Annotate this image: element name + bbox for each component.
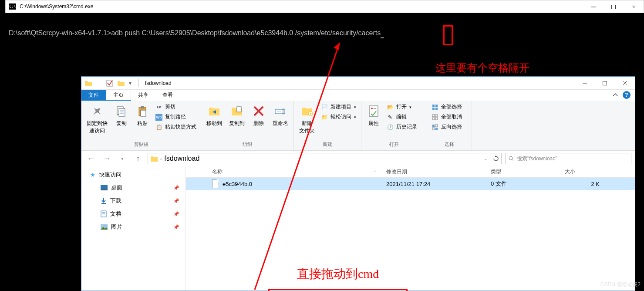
svg-rect-20 xyxy=(275,109,285,114)
svg-rect-39 xyxy=(435,128,438,130)
column-headers: 名称⌃ 修改日期 类型 大小 xyxy=(186,166,635,178)
breadcrumb-segment[interactable]: fsdownload xyxy=(164,155,199,162)
pin-icon: 📌 xyxy=(173,224,179,230)
search-input[interactable]: 搜索"fsdownload" xyxy=(505,153,631,164)
easy-access-button[interactable]: 📁轻松访问▾ xyxy=(319,112,358,122)
nav-forward-button[interactable]: → xyxy=(101,152,113,165)
invert-selection-button[interactable]: 反向选择 xyxy=(430,122,469,132)
history-button[interactable]: 🕑历史记录 xyxy=(385,122,424,132)
col-modified[interactable]: 修改日期 xyxy=(382,168,486,176)
navigation-pane[interactable]: ★快速访问 桌面📌 下载📌 文档📌 图片📌 xyxy=(81,166,186,291)
nav-recent-button[interactable]: ▾ xyxy=(116,152,128,165)
cmd-maximize-button[interactable] xyxy=(604,0,624,13)
file-name: e5c3944b.0 xyxy=(223,181,252,187)
quick-access-toolbar: ▾ xyxy=(85,79,142,87)
group-label-organize: 组织 xyxy=(243,140,252,149)
nav-back-button[interactable]: ← xyxy=(85,152,97,165)
svg-rect-17 xyxy=(237,107,241,112)
ribbon-collapse-icon[interactable] xyxy=(612,92,618,98)
file-list[interactable]: 名称⌃ 修改日期 类型 大小 e5c3944b.0 2021/11/21 17:… xyxy=(186,166,635,291)
ribbon-group-organize: 移动到 复制到 删除 重命名 组织 xyxy=(201,101,294,150)
tab-view[interactable]: 查看 xyxy=(155,90,180,101)
select-none-button[interactable]: 全部取消 xyxy=(430,112,469,122)
cmd-window-controls xyxy=(583,0,644,13)
chevron-down-icon[interactable]: ⌄ xyxy=(484,156,487,161)
cmd-title: C:\Windows\System32\cmd.exe xyxy=(20,3,93,10)
new-item-button[interactable]: 📄新建项目▾ xyxy=(319,102,358,112)
col-name[interactable]: 名称⌃ xyxy=(186,168,382,176)
ribbon-body: 固定到快 速访问 复制 粘贴 ✂剪切 W:\复制路径 📋粘贴快捷方式 剪贴板 xyxy=(81,101,635,151)
group-label-new: 新建 xyxy=(323,140,332,149)
search-placeholder: 搜索"fsdownload" xyxy=(517,155,557,162)
delete-button[interactable]: 删除 xyxy=(249,102,268,129)
ribbon-group-clipboard: 固定到快 速访问 复制 粘贴 ✂剪切 W:\复制路径 📋粘贴快捷方式 剪贴板 xyxy=(81,101,201,150)
file-row[interactable]: e5c3944b.0 2021/11/21 17:24 0 文件 2 K xyxy=(186,178,635,190)
svg-rect-31 xyxy=(435,108,438,110)
documents-icon xyxy=(101,210,107,217)
cmd-minimize-button[interactable] xyxy=(583,0,604,13)
folder-icon[interactable] xyxy=(118,80,125,86)
svg-point-26 xyxy=(371,108,373,109)
paste-shortcut-button[interactable]: 📋粘贴快捷方式 xyxy=(154,122,198,132)
cmd-titlebar[interactable]: C:\ C:\Windows\System32\cmd.exe xyxy=(5,0,644,13)
star-icon: ★ xyxy=(90,172,95,178)
open-with-button[interactable]: 📂打开▾ xyxy=(385,102,424,112)
refresh-button[interactable] xyxy=(490,153,502,164)
move-to-button[interactable]: 移动到 xyxy=(204,102,225,129)
copy-button[interactable]: 复制 xyxy=(112,102,131,129)
pin-to-quick-access-button[interactable]: 固定到快 速访问 xyxy=(84,102,110,136)
explorer-window-controls xyxy=(575,77,635,89)
pin-icon: 📌 xyxy=(173,185,179,191)
nav-desktop[interactable]: 桌面📌 xyxy=(81,181,185,194)
svg-point-49 xyxy=(102,226,104,227)
pin-icon: 📌 xyxy=(173,198,179,204)
tab-file[interactable]: 文件 xyxy=(81,90,106,101)
group-label-open: 打开 xyxy=(389,140,399,149)
edit-button[interactable]: ✎编辑 xyxy=(385,112,424,122)
properties-button[interactable]: 属性 xyxy=(364,102,383,129)
edit-icon: ✎ xyxy=(387,114,394,121)
svg-line-41 xyxy=(512,159,514,161)
chevron-right-icon[interactable]: › xyxy=(160,156,162,161)
tab-share[interactable]: 共享 xyxy=(131,90,155,101)
watermark: CSDN @痞老板2 xyxy=(600,281,641,288)
pictures-icon xyxy=(101,224,108,230)
customize-toolbar[interactable]: ▾ xyxy=(129,80,131,86)
divider xyxy=(138,79,139,87)
file-type: 0 文件 xyxy=(486,180,560,188)
nav-downloads[interactable]: 下载📌 xyxy=(81,194,185,207)
search-icon xyxy=(508,156,514,162)
nav-documents[interactable]: 文档📌 xyxy=(81,207,185,220)
select-all-icon xyxy=(432,104,438,111)
explorer-maximize-button[interactable] xyxy=(595,77,615,89)
select-all-button[interactable]: 全部选择 xyxy=(430,102,469,112)
cut-button[interactable]: ✂剪切 xyxy=(154,102,198,112)
svg-rect-42 xyxy=(101,185,108,189)
col-size[interactable]: 大小 xyxy=(560,168,604,176)
nav-pictures[interactable]: 图片📌 xyxy=(81,220,185,233)
paste-button[interactable]: 粘贴 xyxy=(133,102,152,129)
svg-rect-28 xyxy=(432,105,435,107)
copy-path-button[interactable]: W:\复制路径 xyxy=(154,112,198,122)
rename-button[interactable]: 重命名 xyxy=(270,102,291,129)
svg-text:✦: ✦ xyxy=(309,112,312,116)
address-bar[interactable]: › fsdownload ⌄ xyxy=(148,153,490,164)
col-type[interactable]: 类型 xyxy=(486,168,560,176)
explorer-titlebar[interactable]: ▾ fsdownload xyxy=(81,77,635,90)
cmd-close-button[interactable] xyxy=(624,0,644,13)
explorer-close-button[interactable] xyxy=(615,77,635,89)
new-folder-icon: ✦ xyxy=(300,104,314,118)
group-label-clipboard: 剪贴板 xyxy=(134,140,148,149)
nav-quick-access[interactable]: ★快速访问 xyxy=(81,168,185,181)
rename-icon xyxy=(273,104,287,118)
ribbon-help-button[interactable]: ? xyxy=(623,91,631,99)
explorer-minimize-button[interactable] xyxy=(575,77,595,89)
copy-icon xyxy=(115,104,128,118)
svg-rect-29 xyxy=(435,105,438,107)
nav-up-button[interactable]: ↑ xyxy=(132,152,144,165)
checkbox-icon[interactable] xyxy=(106,80,113,87)
copy-to-button[interactable]: 复制到 xyxy=(226,102,247,129)
new-folder-button[interactable]: ✦ 新建 文件夹 xyxy=(297,102,317,136)
tab-home[interactable]: 主页 xyxy=(106,90,131,101)
ribbon-help-area: ? xyxy=(612,91,631,99)
